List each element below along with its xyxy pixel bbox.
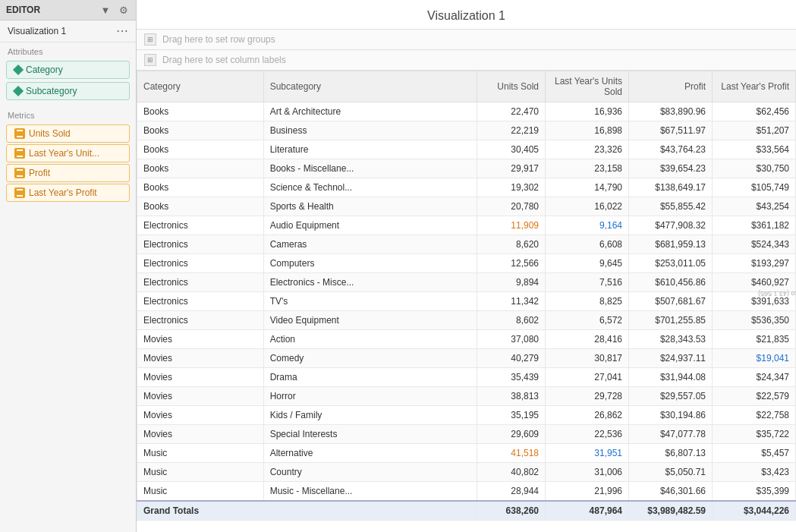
cell-subcategory: TV's [263,292,477,311]
cell-profit: $5,050.71 [629,463,713,482]
cell-last-units: 22,536 [546,425,629,444]
cell-last-units: 21,996 [546,482,629,502]
table-row: Electronics Electronics - Misce... 9,894… [137,273,796,292]
cell-units-sold: 29,609 [477,425,546,444]
cell-category: Movies [137,425,264,444]
viz-item: Visualization 1 ⋯ [0,20,136,42]
cell-subcategory: Special Interests [263,425,477,444]
cell-profit: $46,301.66 [629,482,713,502]
cell-units-sold: 40,279 [477,349,546,368]
editor-title: EDITOR [6,5,93,15]
cell-category: Movies [137,387,264,406]
cell-last-profit: $21,835 [713,330,796,349]
table-row: Books Literature 30,405 23,326 $43,764.2… [137,140,796,159]
cell-category: Music [137,482,264,502]
cell-last-units: 9,164 [546,216,629,235]
category-label: Category [26,65,63,75]
cell-units-sold: 38,813 [477,387,546,406]
cell-last-units: 23,158 [546,159,629,178]
grand-total-last-units: 487,964 [546,501,629,521]
cell-last-units: 31,006 [546,463,629,482]
cell-subcategory: Music - Miscellane... [263,482,477,502]
cell-category: Books [137,178,264,197]
col-header-subcategory[interactable]: Subcategory [263,71,477,102]
metric-last-profit[interactable]: Last Year's Profit [6,184,130,202]
cell-units-sold: 41,518 [477,444,546,463]
cell-last-units: 16,898 [546,121,629,140]
viz-item-menu[interactable]: ⋯ [116,25,128,37]
cell-subcategory: Books - Miscellane... [263,159,477,178]
col-header-last-profit[interactable]: Last Year's Profit [713,71,796,102]
cell-units-sold: 20,780 [477,197,546,216]
cell-units-sold: 28,944 [477,482,546,502]
cell-category: Books [137,102,264,121]
filter-icon[interactable]: ▼ [99,4,112,16]
cell-category: Electronics [137,292,264,311]
last-units-icon [14,148,25,159]
table-row: Books Art & Architecture 22,470 16,936 $… [137,102,796,121]
grand-total-label: Grand Totals [137,501,477,521]
grand-total-row: Grand Totals 638,260 487,964 $3,989,482.… [137,501,796,521]
attribute-category[interactable]: Category [6,61,130,79]
cell-subcategory: Comedy [263,349,477,368]
table-row: Movies Action 37,080 28,416 $28,343.53 $… [137,330,796,349]
cell-profit: $55,855.42 [629,197,713,216]
cell-last-profit: $24,347 [713,368,796,387]
cell-profit: $67,511.97 [629,121,713,140]
cell-last-units: 6,608 [546,235,629,254]
cell-last-profit: $30,750 [713,159,796,178]
table-row: Movies Horror 38,813 29,728 $29,557.05 $… [137,387,796,406]
cell-last-profit: $193,297 [713,254,796,273]
cell-category: Electronics [137,235,264,254]
cell-profit: $507,681.67 [629,292,713,311]
cell-subcategory: Computers [263,254,477,273]
table-row: Movies Drama 35,439 27,041 $31,944.08 $2… [137,368,796,387]
metric-units-sold[interactable]: Units Sold [6,124,130,143]
cell-last-units: 29,728 [546,387,629,406]
cell-last-profit: $62,456 [713,102,796,121]
table-header-row: Category Subcategory Units Sold Last Yea… [137,71,796,102]
last-profit-label: Last Year's Profit [29,187,97,198]
metric-last-units[interactable]: Last Year's Unit... [6,144,130,162]
cell-last-units: 27,041 [546,368,629,387]
cell-profit: $43,764.23 [629,140,713,159]
drag-row-groups[interactable]: ⊞ Drag here to set row groups [137,30,796,50]
cell-subcategory: Electronics - Misce... [263,273,477,292]
metric-profit[interactable]: Profit [6,164,130,182]
cell-last-profit: $35,722 [713,425,796,444]
attribute-subcategory[interactable]: Subcategory [6,82,130,100]
grand-total-units: 638,260 [477,501,546,521]
cell-category: Electronics [137,216,264,235]
cell-units-sold: 12,566 [477,254,546,273]
units-sold-label: Units Sold [29,128,71,139]
cell-subcategory: Video Equipment [263,311,477,330]
cell-last-profit: $33,564 [713,140,796,159]
table-container[interactable]: Category Subcategory Units Sold Last Yea… [137,71,796,532]
table-row: Electronics TV's 11,342 8,825 $507,681.6… [137,292,796,311]
col-header-units-sold[interactable]: Units Sold [477,71,546,102]
cell-units-sold: 30,405 [477,140,546,159]
cell-category: Music [137,444,264,463]
drag-col-groups[interactable]: ⊞ Drag here to set column labels [137,50,796,71]
table-row: Books Books - Miscellane... 29,917 23,15… [137,159,796,178]
cell-category: Books [137,140,264,159]
cell-subcategory: Business [263,121,477,140]
drag-col-icon: ⊞ [144,54,156,66]
cell-profit: $28,343.53 [629,330,713,349]
last-profit-icon [14,187,25,198]
cell-last-profit: $22,579 [713,387,796,406]
cell-profit: $138,649.17 [629,178,713,197]
col-header-profit[interactable]: Profit [629,71,713,102]
cell-category: Electronics [137,311,264,330]
col-header-category[interactable]: Category [137,71,264,102]
cell-last-units: 26,862 [546,406,629,425]
cell-subcategory: Kids / Family [263,406,477,425]
cell-last-units: 6,572 [546,311,629,330]
table-row: Electronics Video Equipment 8,602 6,572 … [137,311,796,330]
metrics-label: Metrics [0,106,136,123]
table-row: Movies Kids / Family 35,195 26,862 $30,1… [137,406,796,425]
col-header-last-units[interactable]: Last Year's Units Sold [546,71,629,102]
cell-subcategory: Action [263,330,477,349]
settings-icon[interactable]: ⚙ [118,4,130,16]
cell-last-profit: $536,350 [713,311,796,330]
